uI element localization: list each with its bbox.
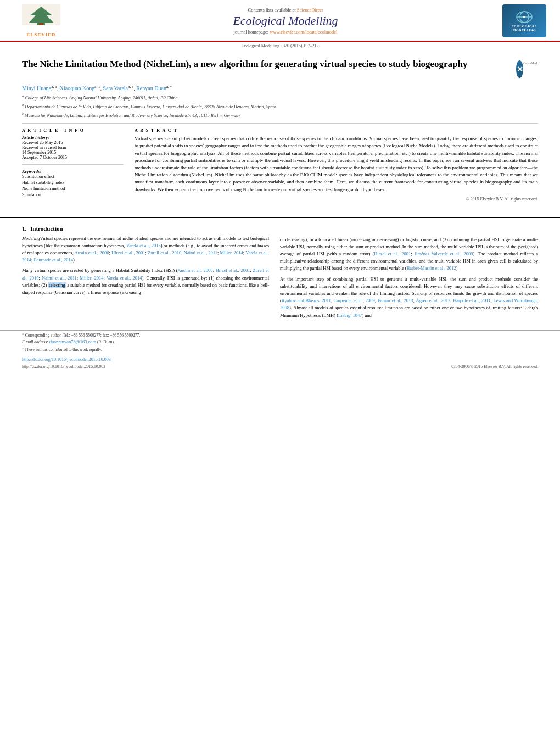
abstract-label: A B S T R A C T xyxy=(135,128,538,133)
ref-carpenter-2009[interactable]: Carpenter et al., 2009 xyxy=(334,298,375,303)
ref-hirzel-2001c[interactable]: Hirzel et al., 2001 xyxy=(374,251,411,256)
affil-a: a College of Life Sciences, Anqing Norma… xyxy=(22,93,538,102)
author-duan[interactable]: Renyan Duan xyxy=(136,85,166,91)
contents-available-line: Contents lists available at ScienceDirec… xyxy=(71,7,500,13)
journal-vol-issue: 320 (2016) 197–212 xyxy=(283,43,318,48)
revised-date: 14 September 2015 xyxy=(22,150,124,155)
article-content: The Niche Limitation Method (NicheLim), … xyxy=(0,50,560,213)
ref-harpole-2011[interactable]: Harpole et al., 2011 xyxy=(453,298,490,303)
page-footer: http://dx.doi.org/10.1016/j.ecolmodel.20… xyxy=(0,362,560,371)
ref-hirzel-2001b[interactable]: Hirzel et al., 2001 xyxy=(216,267,250,273)
ref-naimi-2011b[interactable]: Naimi et al., 2011 xyxy=(42,275,77,281)
sciencedirect-link[interactable]: ScienceDirect xyxy=(297,7,323,13)
article-info-label: A R T I C L E I N F O xyxy=(22,128,124,133)
body-left-col: 1. Introduction ModelingVirtual species … xyxy=(22,221,269,322)
ref-miller-2014b[interactable]: Miller, 2014 xyxy=(80,275,103,281)
elsevier-logo: ELSEVIER xyxy=(11,4,71,37)
paper-title-section: The Niche Limitation Method (NicheLim), … xyxy=(22,58,538,80)
divider-1 xyxy=(22,123,538,124)
ref-ryabov-2011[interactable]: Ryabov and Blasius, 2011 xyxy=(282,298,331,303)
ref-barbet-2012[interactable]: Barbet-Massin et al., 2012 xyxy=(407,265,456,271)
crossmark-symbol: ✕ xyxy=(517,65,523,74)
abstract-col: A B S T R A C T Virtual species are simp… xyxy=(135,128,538,207)
elsevier-brand-text: ELSEVIER xyxy=(26,32,56,37)
paper-title: The Niche Limitation Method (NicheLim), … xyxy=(22,58,467,71)
main-body: 1. Introduction ModelingVirtual species … xyxy=(0,217,560,328)
ref-austin-2006[interactable]: Austin et al., 2006 xyxy=(75,250,109,255)
crossmark-logo: ✕ CrossMark xyxy=(516,58,538,78)
body-right-col: or decreasing), or a truncated linear (i… xyxy=(280,221,538,322)
footnotes-section: * Corresponding author. Tel.: +86 556 55… xyxy=(0,330,560,355)
email-link[interactable]: duanrenyan78@163.com xyxy=(49,339,97,344)
svg-point-6 xyxy=(523,16,525,18)
authors-line: Minyi Huanga, 1, Xiaoquan Konga, 1, Sara… xyxy=(22,85,538,91)
footer-issn: 0304-3800/© 2015 Elsevier B.V. All right… xyxy=(451,364,538,369)
keywords-label: Keywords: xyxy=(22,169,124,174)
ref-agren-2012[interactable]: Ågren et al., 2012 xyxy=(416,298,451,303)
ref-naimi-2011[interactable]: Naimi et al., 2011 xyxy=(184,250,217,255)
history-label: Article history: xyxy=(22,135,124,140)
doi-link[interactable]: http://dx.doi.org/10.1016/j.ecolmodel.20… xyxy=(22,357,111,362)
ref-varela-2015[interactable]: Varela et al., 2015 xyxy=(126,243,161,248)
ref-miller-2014[interactable]: Miller, 2014 xyxy=(220,250,243,255)
crossmark-label: CrossMark xyxy=(523,62,538,65)
author-varela[interactable]: Sara Varela xyxy=(103,85,128,91)
ref-zurell-2010[interactable]: Zurell et al., 2010 xyxy=(148,250,181,255)
journal-header: ELSEVIER Contents lists available at Sci… xyxy=(0,0,560,42)
ref-jimenez-2009[interactable]: Jiménez-Valverde et al., 2009 xyxy=(415,251,473,256)
doi-line: http://dx.doi.org/10.1016/j.ecolmodel.20… xyxy=(0,357,560,362)
intro-para-1: ModelingVirtual species represent the en… xyxy=(22,235,269,264)
affil-c: c Museum für Naturkunde, Leibniz Institu… xyxy=(22,111,538,119)
abstract-text: Virtual species are simplified models of… xyxy=(135,135,538,193)
article-info-col: A R T I C L E I N F O Article history: R… xyxy=(22,128,124,207)
ecological-modelling-logo: ECOLOGICALMODELLING xyxy=(500,4,549,37)
footnote-2: 1 These authors contributed to this work… xyxy=(22,345,538,352)
page: ELSEVIER Contents lists available at Sci… xyxy=(0,0,560,742)
svg-rect-2 xyxy=(39,23,43,25)
body-two-col: 1. Introduction ModelingVirtual species … xyxy=(22,221,538,322)
ref-austin-2006b[interactable]: Austin et al., 2006 xyxy=(177,267,212,273)
article-info-abstract: A R T I C L E I N F O Article history: R… xyxy=(22,128,538,207)
journal-center-info: Contents lists available at ScienceDirec… xyxy=(71,7,500,35)
keywords-section: Keywords: Substitution effect Habitat su… xyxy=(22,169,124,197)
volume-line: Ecological Modelling 320 (2016) 197–212 xyxy=(0,42,560,50)
homepage-label: journal homepage: xyxy=(234,29,269,35)
keyword-4: Simulation xyxy=(22,192,124,197)
affiliations: a College of Life Sciences, Anqing Norma… xyxy=(22,93,538,119)
crossmark-icon: ✕ xyxy=(516,60,523,78)
right-para-2: At the important step of combining parti… xyxy=(280,276,538,319)
received-date: Received 26 May 2015 xyxy=(22,140,124,145)
contents-text: Contents lists available at xyxy=(248,7,296,13)
accepted-date: Accepted 7 October 2015 xyxy=(22,155,124,160)
journal-name-header: Ecological Modelling xyxy=(71,14,500,28)
ref-fourcade-2014[interactable]: Fourcade et al., 2014 xyxy=(34,257,74,263)
footer-doi-text: http://dx.doi.org/10.1016/j.ecolmodel.20… xyxy=(22,364,105,369)
author-huang[interactable]: Minyi Huang xyxy=(22,85,52,91)
section-title: Introduction xyxy=(30,225,63,232)
ref-hirzel-2001[interactable]: Hirzel et al., 2001 xyxy=(111,250,145,255)
author-kong[interactable]: Xiaoquan Kong xyxy=(60,85,95,91)
abstract-section: A B S T R A C T Virtual species are simp… xyxy=(135,128,538,202)
highlighted-selecting: selecting xyxy=(48,282,66,288)
journal-vol-name: Ecological Modelling xyxy=(242,43,280,48)
intro-heading: 1. Introduction xyxy=(22,225,269,232)
eco-logo-icon xyxy=(515,9,534,25)
revised-label: Received in revised form xyxy=(22,145,124,150)
section-num: 1. xyxy=(22,225,26,232)
divider-keywords xyxy=(22,164,124,165)
right-para-1: or decreasing), or a truncated linear (i… xyxy=(280,236,538,272)
journal-homepage-link[interactable]: www.elsevier.com/locate/ecolmodel xyxy=(270,29,337,35)
keyword-1: Substitution effect xyxy=(22,174,124,179)
abstract-copyright: © 2015 Elsevier B.V. All rights reserved… xyxy=(135,197,538,202)
elsevier-tree-svg xyxy=(22,4,60,31)
intro-para-2: Many virtual species are created by gene… xyxy=(22,267,269,296)
ref-varela-2014b[interactable]: Varela et al., 2014 xyxy=(107,275,142,281)
footnote-email: E-mail address: duanrenyan78@163.com (R.… xyxy=(22,339,538,344)
ref-liebig-1847[interactable]: Liebig, 1847 xyxy=(338,313,362,318)
keyword-3: Niche limitation method xyxy=(22,186,124,191)
article-history: Article history: Received 26 May 2015 Re… xyxy=(22,135,124,160)
ref-farrior-2013[interactable]: Farrior et al., 2013 xyxy=(378,298,413,303)
journal-homepage-line: journal homepage: www.elsevier.com/locat… xyxy=(71,29,500,35)
footnote-1: * Corresponding author. Tel.: +86 556 55… xyxy=(22,333,538,338)
eco-logo-text: ECOLOGICALMODELLING xyxy=(512,25,537,32)
